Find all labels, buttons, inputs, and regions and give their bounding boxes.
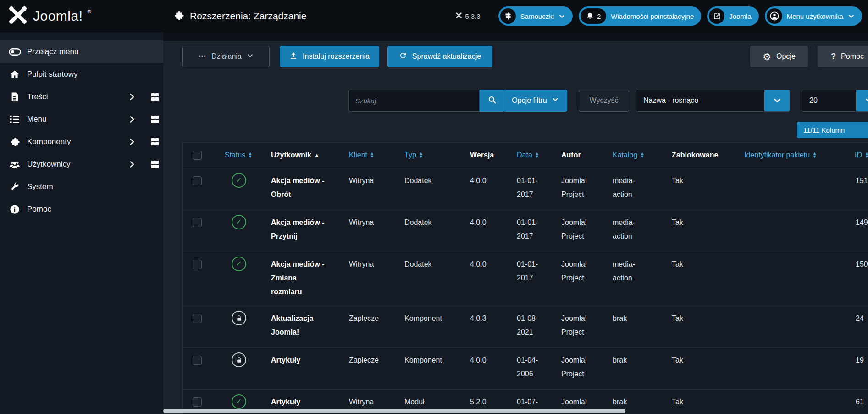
- sort-icon: ▲▼: [419, 152, 423, 158]
- user-menu-label: Menu użytkownika: [787, 12, 843, 20]
- status-enabled-icon[interactable]: ✓: [232, 257, 246, 271]
- help-button[interactable]: ? Pomoc: [818, 46, 868, 67]
- install-extensions-button[interactable]: Instaluj rozszerzenia: [280, 46, 379, 67]
- status-enabled-icon[interactable]: ✓: [232, 394, 246, 409]
- tutorials-button[interactable]: Samouczki: [498, 6, 573, 26]
- row-checkbox[interactable]: [193, 260, 202, 269]
- status-protected-lock-icon: [232, 352, 246, 367]
- column-header-version: Wersja: [470, 151, 494, 159]
- row-checkbox[interactable]: [193, 176, 202, 185]
- chevron-down-icon: [856, 90, 868, 111]
- dashboard-grid-icon[interactable]: [151, 160, 159, 170]
- list-limit-select[interactable]: 20: [802, 90, 868, 112]
- ellipsis-icon: •••: [199, 53, 206, 60]
- sidebar-item-system[interactable]: System: [0, 175, 163, 198]
- columns-toggle-badge[interactable]: 11/11 Kolumn: [797, 122, 868, 138]
- gear-icon: ⚙: [763, 52, 771, 62]
- signpost-icon: [500, 8, 516, 24]
- actions-dropdown-button[interactable]: ••• Działania: [182, 46, 270, 67]
- status-enabled-icon[interactable]: ✓: [232, 215, 246, 229]
- chevron-down-icon: [764, 90, 790, 111]
- column-header-type[interactable]: Typ▲▼: [404, 149, 423, 161]
- messages-count-badge: 2: [581, 8, 606, 24]
- sort-icon: ▲▼: [640, 152, 644, 158]
- row-checkbox[interactable]: [193, 314, 202, 323]
- toggle-icon: [8, 47, 21, 57]
- chevron-right-icon: [129, 116, 135, 125]
- column-header-date[interactable]: Data▲▼: [517, 149, 539, 161]
- search-input[interactable]: [348, 90, 480, 112]
- sidebar-item-components[interactable]: Komponenty: [0, 130, 163, 153]
- chevron-down-icon: [247, 52, 254, 61]
- page-title: Rozszerzenia: Zarządzanie: [190, 11, 306, 22]
- sidebar-item-home-dashboard[interactable]: Pulpit startowy: [0, 63, 163, 85]
- row-checkbox[interactable]: [193, 356, 202, 365]
- joomla-brand[interactable]: Joomla! ®: [7, 0, 91, 32]
- version-indicator: 5.3.3: [455, 12, 480, 20]
- chevron-down-icon: [848, 13, 855, 20]
- row-checkbox[interactable]: [193, 397, 202, 407]
- filter-options-button[interactable]: Opcje filtru: [503, 90, 567, 112]
- status-protected-lock-icon: [232, 311, 246, 325]
- extension-name[interactable]: Akcja mediów - Obrót: [257, 168, 342, 210]
- sort-icon: ▲▼: [865, 152, 868, 158]
- row-checkbox[interactable]: [193, 218, 202, 227]
- check-updates-button[interactable]: Sprawdź aktualizacje: [387, 46, 492, 67]
- list-icon: [8, 115, 21, 124]
- table-header-row: Status▲▼ Użytkownik▲ Klient▲▼ Typ▲▼ Wers…: [183, 143, 868, 168]
- dashboard-grid-icon[interactable]: [151, 93, 159, 103]
- search-button[interactable]: [480, 90, 504, 112]
- sidebar-item-menus[interactable]: Menu: [0, 108, 163, 130]
- options-button[interactable]: ⚙ Opcje: [750, 46, 808, 67]
- info-circle-icon: [8, 204, 21, 214]
- question-icon: ?: [831, 52, 836, 62]
- sort-icon: ▲▼: [535, 152, 539, 158]
- column-header-client[interactable]: Klient▲▼: [349, 149, 374, 161]
- column-header-name[interactable]: Użytkownik▲: [271, 149, 319, 161]
- table-row: ✓ Akcja mediów - Zmiana rozmiaru Witryna…: [183, 252, 868, 306]
- external-link-icon: [709, 8, 724, 24]
- column-header-status[interactable]: Status▲▼: [225, 149, 252, 161]
- sort-order-select[interactable]: Nazwa - rosnąco: [636, 90, 790, 112]
- dashboard-grid-icon[interactable]: [151, 115, 159, 125]
- chevron-down-icon: [558, 13, 565, 20]
- sidebar-item-toggle-menu[interactable]: Przełącz menu: [0, 40, 163, 63]
- wrench-icon: [8, 182, 21, 191]
- extension-name[interactable]: Akcja mediów - Przytnij: [257, 210, 342, 252]
- extension-name[interactable]: Artykuły: [257, 348, 342, 389]
- puzzle-icon: [173, 10, 184, 22]
- messages-label: Wiadomości poinstalacyjne: [611, 12, 694, 20]
- joomla-logo-icon: [7, 5, 28, 28]
- extension-name[interactable]: Aktualizacja Joomla!: [257, 306, 342, 347]
- refresh-icon: [399, 51, 407, 62]
- registered-mark: ®: [88, 9, 91, 14]
- select-all-checkbox[interactable]: [193, 151, 202, 160]
- table-row: ✓ Akcja mediów - Obrót Witryna Dodatek 4…: [183, 168, 868, 210]
- users-icon: [8, 160, 21, 169]
- column-header-folder[interactable]: Katalog▲▼: [613, 149, 644, 161]
- sort-icon: ▲▼: [248, 152, 252, 158]
- clear-button[interactable]: Wyczyść: [579, 90, 629, 112]
- user-menu-button[interactable]: Menu użytkownika: [765, 6, 862, 26]
- sidebar-item-help[interactable]: Pomoc: [0, 198, 163, 220]
- dashboard-grid-icon[interactable]: [151, 138, 159, 148]
- column-header-package-id[interactable]: Identyfikator pakietu▲▼: [744, 149, 817, 161]
- home-icon: [8, 69, 21, 79]
- horizontal-scrollbar[interactable]: [163, 409, 625, 413]
- sidebar-item-users[interactable]: Użytkownicy: [0, 153, 163, 175]
- extensions-table: Status▲▼ Użytkownik▲ Klient▲▼ Typ▲▼ Wers…: [182, 142, 868, 414]
- tutorials-label: Samouczki: [520, 12, 554, 20]
- status-enabled-icon[interactable]: ✓: [232, 173, 246, 188]
- main-content: ••• Działania Instaluj rozszerzenia Spra…: [163, 32, 868, 414]
- topbar: Joomla! ® Rozszerzenia: Zarządzanie 5.3.…: [0, 0, 868, 32]
- post-installation-messages-button[interactable]: 2 Wiadomości poinstalacyjne: [579, 6, 701, 26]
- header-shadow-strip: [163, 32, 868, 41]
- joomla-link-button[interactable]: Joomla: [707, 6, 758, 26]
- search-icon: [488, 95, 497, 106]
- chevron-right-icon: [129, 93, 135, 102]
- column-header-id[interactable]: ID▲▼: [855, 149, 868, 161]
- sidebar-item-content[interactable]: Treści: [0, 85, 163, 108]
- extension-name[interactable]: Akcja mediów - Zmiana rozmiaru: [257, 252, 342, 306]
- sidebar: Przełącz menu Pulpit startowy Treści Men…: [0, 32, 163, 414]
- document-icon: [8, 92, 21, 102]
